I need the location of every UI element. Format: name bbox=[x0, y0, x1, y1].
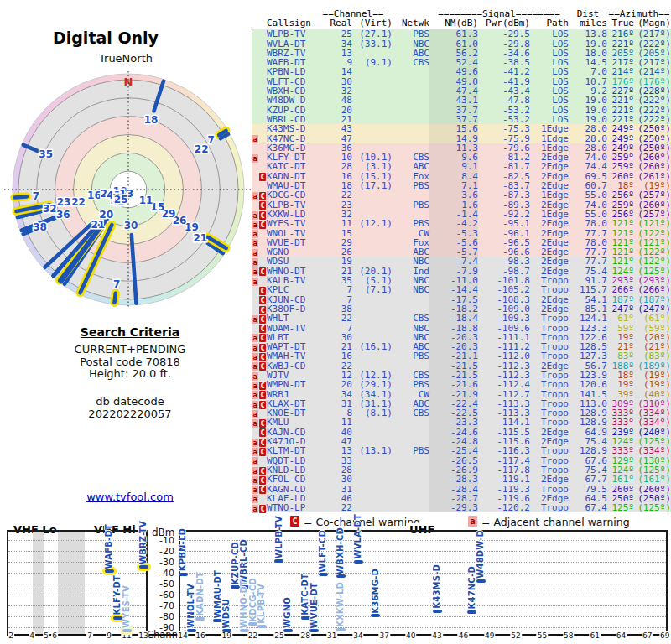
channel-tick-label: 28 bbox=[300, 631, 311, 640]
cell-true: 121º bbox=[607, 219, 634, 228]
signal-bar bbox=[371, 614, 380, 617]
cell-virt bbox=[352, 124, 393, 133]
cell-warnings: aC bbox=[252, 210, 267, 219]
cell-warnings: aC bbox=[252, 390, 267, 399]
cell-virt: (13.1) bbox=[352, 446, 393, 455]
co-channel-warning-icon: C bbox=[259, 344, 266, 352]
cell-warnings: a bbox=[252, 371, 267, 380]
cell-virt: (8.1) bbox=[352, 408, 393, 418]
cell-path: Tropo bbox=[530, 380, 569, 389]
channel-tick-label: 31 bbox=[326, 631, 337, 640]
co-channel-warning-icon: C bbox=[259, 315, 266, 324]
cell-warnings: aC bbox=[252, 437, 267, 446]
station-bar-label: WLFT-CD bbox=[318, 530, 327, 573]
adjacent-warning-icon: a bbox=[252, 278, 258, 286]
cell-warnings: C bbox=[252, 285, 267, 294]
co-channel-warning-icon: C bbox=[259, 486, 266, 494]
co-channel-warning-icon: C bbox=[259, 334, 266, 342]
station-bar-label: WBRL-CD bbox=[239, 539, 248, 584]
station-bar-label: KADN-DT bbox=[195, 572, 205, 616]
table-row: CKPLC7(7.1)NBC-14.4-105.2Tropo115.7266º(… bbox=[252, 285, 671, 294]
signal-bar bbox=[105, 569, 114, 573]
cell-warnings: a bbox=[252, 238, 267, 247]
channel-tick-label: 67 bbox=[642, 631, 653, 640]
cell-warnings bbox=[252, 77, 267, 86]
search-criteria-title: Search Criteria bbox=[25, 325, 235, 339]
channel-tick-label: 40 bbox=[405, 631, 416, 640]
signal-bar bbox=[476, 579, 486, 583]
cell-real: 7 bbox=[314, 285, 352, 294]
cell-pwr: -47.8 bbox=[478, 96, 530, 105]
col-true: True bbox=[607, 18, 634, 29]
cell-warnings: a bbox=[252, 229, 267, 238]
cell-warnings: aC bbox=[252, 485, 267, 494]
signal-bar bbox=[257, 625, 267, 628]
cell-warnings: a bbox=[252, 276, 267, 285]
tvfool-link[interactable]: www.tvfool.com bbox=[86, 491, 174, 503]
signal-bar bbox=[274, 559, 283, 563]
cell-virt bbox=[352, 324, 393, 333]
adjacent-channel-legend-icon: a bbox=[468, 516, 477, 527]
radar-channel-label: 16 bbox=[87, 190, 101, 201]
dbm-tick-label: -20 bbox=[151, 546, 174, 557]
cell-pwr: -75.3 bbox=[478, 124, 530, 133]
signal-bar bbox=[283, 629, 293, 632]
radar-channel-label: 32 bbox=[43, 203, 57, 215]
col-callsign: Callsign bbox=[267, 18, 314, 29]
signal-bar bbox=[319, 573, 328, 576]
cell-magn: (217º) bbox=[634, 29, 671, 39]
cell-netwk: NBC bbox=[393, 285, 429, 294]
radar-plot: 7223877352119262915113223221816281036474… bbox=[3, 64, 254, 315]
plot-title: Digital Only bbox=[17, 29, 195, 47]
cell-callsign: WMPN-DT bbox=[267, 380, 314, 389]
cell-nm: -18.4 bbox=[429, 314, 478, 323]
channel-tick-label: 52 bbox=[510, 631, 521, 640]
channel-tick-label: 2 bbox=[8, 631, 14, 640]
cell-magn: (121º) bbox=[634, 219, 671, 228]
cell-netwk: CBS bbox=[393, 408, 429, 418]
north-marker: N bbox=[124, 75, 133, 88]
table-row: WLPB-TV25(27.1)PBS61.3-29.5LOS13.8216º(2… bbox=[252, 29, 671, 39]
cell-path: LOS bbox=[530, 96, 569, 105]
channel-tick-label: 58 bbox=[563, 631, 574, 640]
cell-warnings bbox=[252, 86, 267, 96]
cell-netwk bbox=[393, 134, 429, 143]
cell-netwk bbox=[393, 465, 429, 475]
radar-channel-label: 22 bbox=[195, 143, 209, 155]
adjacent-warning-icon: a bbox=[252, 439, 258, 447]
cell-netwk bbox=[393, 503, 429, 512]
table-row: aCWMPN-DT20(29.1)PBS-21.6-112.4Tropo120.… bbox=[252, 380, 671, 389]
cell-virt bbox=[352, 229, 393, 238]
cell-warnings: a bbox=[252, 247, 267, 257]
cell-real: 25 bbox=[314, 29, 352, 39]
cell-warnings: a bbox=[252, 408, 267, 418]
cell-miles: 124.1 bbox=[569, 314, 607, 323]
radar-channel-label: 22 bbox=[71, 196, 86, 208]
adjacent-warning-icon: a bbox=[252, 239, 258, 247]
adjacent-warning-icon: a bbox=[252, 467, 258, 475]
cell-pwr: -95.1 bbox=[478, 219, 530, 228]
cell-nm: -4.2 bbox=[429, 219, 478, 228]
station-bar-label: KXKW-LD bbox=[336, 582, 345, 627]
channel-tick-label: 19 bbox=[221, 631, 232, 640]
signal-bar bbox=[222, 629, 231, 632]
co-channel-warning-icon: C bbox=[259, 325, 266, 333]
cell-warnings: aC bbox=[252, 190, 267, 200]
cell-true: 19º bbox=[607, 380, 634, 389]
co-channel-warning-icon: C bbox=[259, 467, 266, 475]
cell-nm: -29.3 bbox=[429, 503, 478, 512]
col-miles: miles bbox=[569, 18, 607, 29]
adjacent-warning-icon: a bbox=[252, 334, 258, 342]
cell-virt: (33.1) bbox=[352, 39, 393, 49]
table-row: aCKDCG-CD223.6-87.31Edge55.0256º(257º) bbox=[252, 190, 671, 200]
cell-nm: -14.4 bbox=[429, 285, 478, 294]
cell-pwr: -119.1 bbox=[478, 475, 530, 484]
cell-warnings: aC bbox=[252, 314, 267, 323]
cell-path: Tropo bbox=[530, 314, 569, 323]
cell-magn: (61º) bbox=[634, 314, 671, 323]
cell-magn: (266º) bbox=[634, 285, 671, 294]
cell-warnings: aC bbox=[252, 380, 267, 389]
signal-bar bbox=[309, 629, 319, 632]
table-row: K43MS-D4315.6-75.31Edge28.0249º(250º) bbox=[252, 124, 671, 133]
co-channel-warning-icon: C bbox=[259, 401, 266, 409]
